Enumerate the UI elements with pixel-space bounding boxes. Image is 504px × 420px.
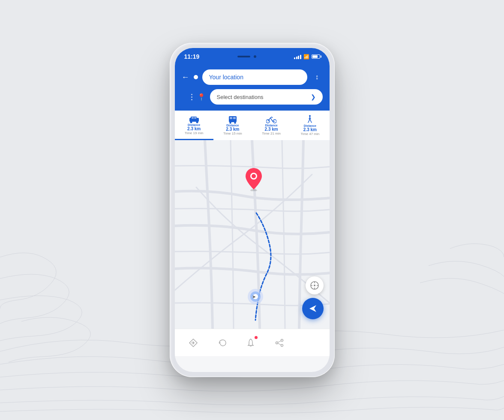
bike-label: Distance bbox=[265, 124, 278, 127]
bus-label: Distance bbox=[226, 124, 239, 127]
location-dot-icon bbox=[194, 75, 198, 79]
destination-row: 📍 Select destinations ❯ bbox=[196, 89, 323, 105]
navigate-button[interactable] bbox=[302, 298, 324, 319]
swap-button[interactable]: ↕ bbox=[312, 72, 323, 83]
svg-rect-5 bbox=[194, 117, 196, 119]
status-notch bbox=[230, 52, 264, 61]
pin-icon: 📍 bbox=[197, 93, 206, 101]
transport-walk[interactable]: Distance 2.3 km Time 47 min bbox=[291, 111, 329, 140]
bike-icon bbox=[266, 115, 276, 124]
svg-line-32 bbox=[278, 343, 281, 345]
speaker-icon bbox=[237, 56, 250, 57]
destination-input[interactable]: Select destinations ❯ bbox=[210, 89, 323, 105]
svg-point-29 bbox=[281, 344, 283, 346]
svg-point-21 bbox=[252, 174, 256, 178]
transport-bar: Distance 2.3 km Time 19 min Distance 2.3… bbox=[175, 111, 330, 140]
svg-point-3 bbox=[196, 121, 198, 123]
walk-label: Distance bbox=[304, 124, 316, 127]
transport-bus[interactable]: Distance 2.3 km Time 15 min bbox=[213, 111, 252, 140]
directions-icon bbox=[189, 338, 198, 348]
car-label: Distance bbox=[188, 123, 200, 126]
signal-icon bbox=[294, 54, 301, 59]
bike-distance: 2.3 km bbox=[265, 127, 278, 132]
status-icons: 📶 bbox=[294, 54, 320, 60]
navigate-icon bbox=[308, 304, 318, 313]
wifi-icon: 📶 bbox=[303, 54, 309, 60]
car-icon bbox=[189, 116, 200, 123]
phone-shell: 11:19 📶 bbox=[170, 43, 335, 377]
svg-text:⮞: ⮞ bbox=[252, 295, 256, 299]
bottom-nav bbox=[175, 329, 330, 356]
destination-pin bbox=[244, 167, 263, 193]
route-back-icon bbox=[217, 338, 227, 348]
notification-badge bbox=[255, 336, 258, 339]
svg-point-23 bbox=[314, 285, 315, 286]
phone-screen: 11:19 📶 bbox=[175, 48, 330, 372]
map-area[interactable]: ⮞ bbox=[175, 140, 330, 329]
bus-time: Time 15 min bbox=[223, 132, 242, 135]
route-dot-1 bbox=[191, 94, 192, 95]
walk-icon bbox=[306, 115, 313, 124]
svg-point-30 bbox=[276, 342, 278, 344]
location-input-text: Your location bbox=[209, 74, 243, 81]
transport-bike[interactable]: Distance 2.3 km Time 21 min bbox=[252, 111, 291, 140]
share-icon bbox=[275, 338, 284, 348]
svg-point-28 bbox=[281, 339, 283, 341]
svg-rect-4 bbox=[192, 117, 194, 119]
compass-icon bbox=[310, 281, 319, 290]
battery-icon bbox=[312, 54, 320, 59]
car-time: Time 19 min bbox=[185, 131, 204, 135]
svg-point-2 bbox=[190, 121, 192, 123]
walk-distance: 2.3 km bbox=[303, 127, 317, 132]
nav-back[interactable] bbox=[213, 333, 231, 352]
arrow-right-icon: ❯ bbox=[311, 93, 316, 100]
transport-car[interactable]: Distance 2.3 km Time 19 min bbox=[175, 111, 213, 140]
compass-button[interactable] bbox=[306, 276, 324, 294]
svg-line-31 bbox=[278, 341, 281, 342]
nav-directions[interactable] bbox=[184, 333, 203, 352]
walk-time: Time 47 min bbox=[301, 132, 320, 136]
bus-distance: 2.3 km bbox=[226, 127, 239, 132]
location-row: ← Your location ↕ bbox=[182, 69, 323, 85]
route-dot-2 bbox=[191, 96, 192, 98]
car-distance: 2.3 km bbox=[187, 126, 201, 131]
status-bar: 11:19 📶 bbox=[175, 48, 330, 65]
phone-mockup: 11:19 📶 bbox=[170, 43, 335, 377]
svg-rect-8 bbox=[233, 117, 236, 119]
svg-point-13 bbox=[309, 115, 311, 117]
location-input[interactable]: Your location bbox=[202, 69, 307, 85]
bus-icon bbox=[228, 115, 237, 124]
bell-icon bbox=[246, 338, 255, 348]
bike-time: Time 21 min bbox=[262, 132, 281, 135]
destination-text: Select destinations bbox=[217, 94, 264, 100]
route-dot-3 bbox=[191, 99, 192, 100]
status-time: 11:19 bbox=[184, 53, 200, 60]
camera-icon bbox=[254, 55, 256, 58]
header-section: ← Your location ↕ 📍 bbox=[175, 65, 330, 111]
back-button[interactable]: ← bbox=[182, 73, 189, 82]
nav-share[interactable] bbox=[270, 333, 289, 352]
svg-rect-7 bbox=[230, 117, 232, 119]
nav-notifications[interactable] bbox=[241, 333, 260, 352]
